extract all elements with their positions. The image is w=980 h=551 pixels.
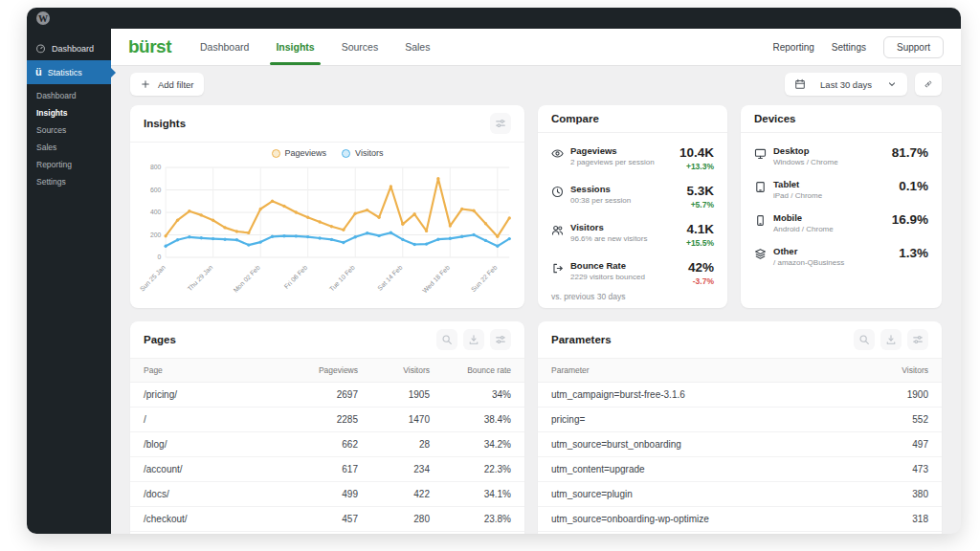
kpi-title: Desktop: [773, 145, 892, 156]
bounce-icon: [551, 260, 570, 278]
sidebar-item-dashboard[interactable]: Dashboard: [27, 36, 111, 60]
parameters-download-button[interactable]: [880, 329, 902, 350]
pageviews-cell: 617: [277, 464, 358, 474]
tab-dashboard[interactable]: Dashboard: [187, 29, 262, 65]
visitors-icon: [551, 222, 570, 240]
main-tabs: Dashboard Insights Sources Sales: [187, 29, 443, 65]
svg-text:200: 200: [150, 231, 161, 238]
pages-download-button[interactable]: [463, 329, 484, 350]
table-row: /definition/what-is-cookieless-tracking/…: [130, 532, 524, 534]
support-button[interactable]: Support: [883, 36, 944, 58]
tablet-icon: [754, 179, 773, 197]
tab-insights[interactable]: Insights: [262, 29, 327, 65]
submenu-item-dashboard[interactable]: Dashboard: [27, 87, 111, 104]
kpi-title: Visitors: [570, 222, 686, 232]
pageviews-cell: 499: [277, 489, 358, 499]
compare-card: Compare Pageviews2 pageviews per session…: [538, 105, 727, 308]
insights-chart: 0200400600800Sun 25 JanThu 29 JanMon 02 …: [138, 158, 517, 303]
reporting-link[interactable]: Reporting: [772, 42, 813, 53]
desktop-icon: [754, 145, 773, 164]
pageviews-cell: 457: [277, 514, 358, 524]
device-row-desktop: DesktopWindows / Chrome 81.7%: [754, 139, 928, 172]
svg-text:Mon 02 Feb: Mon 02 Feb: [232, 264, 261, 294]
submenu-item-settings[interactable]: Settings: [27, 173, 111, 190]
kpi-title: Sessions: [570, 184, 686, 194]
card-title: Insights: [144, 118, 186, 129]
column-header[interactable]: Visitors: [861, 365, 928, 375]
chevron-down-icon: [886, 78, 898, 90]
kpi-value: 4.1K: [686, 222, 714, 236]
submenu-item-insights[interactable]: Insights: [27, 104, 111, 121]
kpi-delta: -3.7%: [688, 276, 714, 286]
visitors-cell: 1905: [358, 389, 430, 400]
table-row: /blog/6622834.2%: [130, 432, 524, 457]
wordpress-logo-icon[interactable]: W: [36, 11, 50, 25]
kpi-subtitle: Windows / Chrome: [773, 158, 892, 166]
download-icon: [885, 334, 897, 345]
card-title: Devices: [754, 113, 795, 124]
kpi-delta: +15.5%: [686, 238, 714, 248]
burst-logo: bürst: [128, 36, 171, 57]
pages-search-button[interactable]: [436, 329, 457, 350]
tab-sources[interactable]: Sources: [328, 29, 392, 65]
svg-text:Sat 14 Feb: Sat 14 Feb: [376, 264, 403, 292]
table-row: utm_source=plugin380: [538, 482, 942, 507]
column-header[interactable]: Pageviews: [277, 365, 358, 375]
devices-card: Devices DesktopWindows / Chrome 81.7% Ta…: [741, 105, 942, 308]
kpi-value: 5.3K: [686, 184, 714, 198]
page-cell: /pricing/: [144, 389, 277, 400]
svg-text:Thu 29 Jan: Thu 29 Jan: [186, 264, 213, 293]
column-header[interactable]: Bounce rate: [430, 365, 511, 375]
bounce-rate-cell: 23.8%: [430, 514, 511, 524]
page-cell: /: [144, 414, 277, 425]
legend-item-pageviews[interactable]: Pageviews: [272, 148, 327, 158]
svg-text:400: 400: [150, 209, 161, 215]
pages-table-body: /pricing/2697190534%/2285147038.4%/blog/…: [130, 383, 524, 534]
kpi-value: 1.3%: [899, 246, 928, 260]
share-link-button[interactable]: [915, 73, 942, 96]
submenu-item-reporting[interactable]: Reporting: [27, 156, 111, 173]
kpi-subtitle: 96.6% are new visitors: [570, 234, 686, 243]
pages-options-button[interactable]: [490, 329, 511, 350]
add-filter-button[interactable]: Add filter: [130, 73, 204, 96]
visitors-cell: 473: [861, 464, 928, 474]
table-row: utm_source=onboarding-wp-optimize318: [538, 507, 942, 532]
svg-text:Sun 22 Feb: Sun 22 Feb: [470, 264, 499, 294]
app-window: W Dashboard ü Statistics DashboardInsigh…: [27, 8, 961, 534]
svg-text:Fri 06 Feb: Fri 06 Feb: [283, 264, 309, 291]
table-row: /account/61723422.3%: [130, 457, 524, 482]
eye-icon: [551, 145, 570, 164]
kpi-value: 81.7%: [892, 145, 928, 160]
table-row: pricing=552: [538, 408, 942, 432]
burst-icon: ü: [35, 67, 42, 77]
compare-row-sessions: Sessions00:38 per session 5.3K+5.7%: [551, 177, 714, 215]
gauge-icon: [35, 43, 46, 54]
tab-sales[interactable]: Sales: [391, 29, 443, 65]
insights-card: Insights Pageviews: [130, 105, 524, 308]
bounce-rate-cell: 34.1%: [430, 489, 511, 499]
clock-icon: [551, 184, 570, 202]
column-header[interactable]: Page: [144, 365, 277, 375]
parameters-search-button[interactable]: [854, 329, 875, 350]
chart-options-button[interactable]: [490, 113, 511, 134]
visitors-cell: 497: [861, 439, 928, 450]
visitors-cell: 234: [358, 464, 430, 474]
submenu-item-sources[interactable]: Sources: [27, 121, 111, 139]
pages-card: Pages Page Pageviews Visitors Bounce: [130, 321, 524, 534]
column-header[interactable]: Parameter: [551, 365, 861, 375]
date-range-button[interactable]: Last 30 days: [785, 73, 907, 96]
visitors-cell: 552: [861, 414, 928, 425]
sidebar-item-statistics[interactable]: ü Statistics: [27, 60, 111, 84]
link-icon: [924, 78, 932, 90]
kpi-title: Bounce Rate: [570, 260, 688, 271]
kpi-title: Mobile: [773, 212, 892, 223]
parameters-options-button[interactable]: [907, 329, 928, 350]
column-header[interactable]: Visitors: [358, 365, 430, 375]
legend-item-visitors[interactable]: Visitors: [342, 148, 383, 158]
pageviews-cell: 662: [277, 439, 358, 450]
settings-link[interactable]: Settings: [832, 42, 866, 53]
legend-label: Visitors: [355, 148, 383, 158]
date-range-label: Last 30 days: [813, 79, 880, 90]
visitors-cell: 1900: [861, 389, 928, 400]
submenu-item-sales[interactable]: Sales: [27, 139, 111, 156]
